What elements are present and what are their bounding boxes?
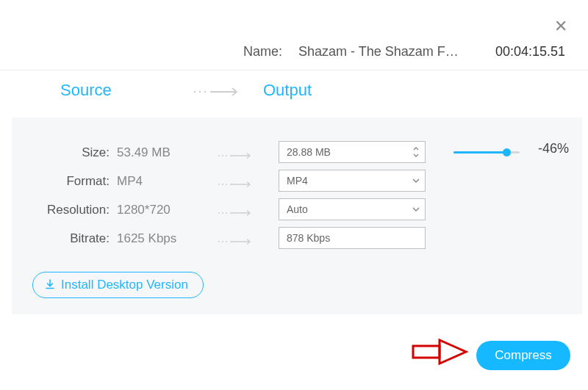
resolution-output: Auto (287, 203, 308, 215)
svg-point-4 (218, 155, 220, 156)
svg-point-2 (204, 91, 206, 93)
format-output: MP4 (287, 175, 308, 187)
output-heading: Output (263, 81, 312, 100)
chevron-down-icon (407, 199, 425, 220)
svg-point-12 (218, 212, 220, 214)
size-stepper[interactable]: 28.88 MB (279, 141, 426, 163)
svg-point-6 (226, 155, 227, 156)
format-select[interactable]: MP4 (279, 170, 426, 192)
format-label: Format: (34, 174, 110, 189)
arrow-right-icon (193, 86, 244, 98)
svg-point-1 (199, 91, 201, 93)
divider (0, 70, 588, 71)
install-desktop-label: Install Desktop Version (61, 278, 188, 292)
name-label: Name: (243, 44, 282, 59)
resolution-label: Resolution: (34, 203, 110, 217)
arrow-right-icon (218, 236, 254, 249)
arrow-right-icon (218, 207, 254, 220)
svg-point-9 (222, 184, 223, 185)
bitrate-source: 1625 Kbps (117, 231, 176, 246)
svg-point-16 (218, 241, 220, 242)
arrow-right-icon (218, 150, 254, 163)
source-heading: Source (60, 81, 112, 100)
compression-percent: -46% (538, 141, 569, 156)
compress-label: Compress (495, 348, 551, 363)
close-icon[interactable]: ✕ (554, 18, 567, 35)
compress-button[interactable]: Compress (476, 341, 570, 370)
format-source: MP4 (117, 174, 143, 189)
stepper-icon (407, 142, 425, 162)
svg-point-8 (218, 184, 220, 185)
arrow-right-icon (218, 178, 254, 192)
chevron-down-icon (407, 170, 425, 191)
svg-point-10 (226, 184, 227, 185)
svg-point-17 (222, 241, 223, 242)
settings-panel: Size: 53.49 MB 28.88 MB -46% Format: (12, 118, 582, 314)
bitrate-field[interactable]: 878 Kbps (279, 227, 426, 249)
bitrate-output: 878 Kbps (287, 232, 330, 244)
compression-slider[interactable] (453, 151, 520, 154)
download-icon (45, 279, 55, 292)
svg-rect-22 (413, 346, 440, 358)
svg-point-0 (194, 91, 196, 93)
install-desktop-button[interactable]: Install Desktop Version (32, 272, 204, 298)
resolution-select[interactable]: Auto (279, 198, 426, 220)
svg-point-13 (222, 212, 223, 214)
svg-point-5 (222, 155, 223, 156)
size-label: Size: (34, 145, 110, 160)
resolution-source: 1280*720 (117, 203, 171, 217)
annotation-arrow-icon (412, 337, 469, 369)
size-output: 28.88 MB (287, 146, 331, 158)
file-name: Shazam - The Shazam F… (298, 44, 459, 59)
bitrate-label: Bitrate: (34, 231, 110, 246)
svg-point-14 (226, 212, 227, 214)
svg-marker-23 (440, 340, 466, 364)
size-source: 53.49 MB (117, 145, 171, 160)
duration: 00:04:15.51 (495, 44, 565, 59)
svg-point-18 (226, 241, 227, 242)
